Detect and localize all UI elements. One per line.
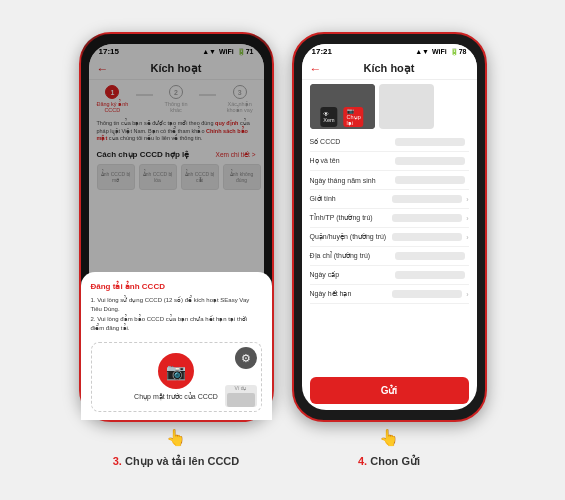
caption-1: 3. Chụp và tải lên CCCD <box>113 455 239 468</box>
form-row-dob: Ngày tháng năm sinh <box>310 171 469 190</box>
field-label-gender: Giới tính <box>310 195 393 203</box>
field-value-gender <box>392 195 462 203</box>
popup-instructions: 1. Vui lòng sử dụng CCCD (12 số) để kích… <box>91 296 262 334</box>
retake-button[interactable]: 📷 Chụp lại <box>344 107 364 127</box>
id-preview-area: 👁 Xem 📷 Chụp lại <box>302 80 477 133</box>
example-label: Ví dụ <box>235 385 247 391</box>
field-label-province: Tỉnh/TP (thường trú) <box>310 214 393 222</box>
header-2: ← Kích hoạt <box>302 58 477 80</box>
cursor-1: 👆 <box>166 428 186 447</box>
field-label-name: Họ và tên <box>310 157 395 165</box>
status-icons-2: ▲▼ WiFi 🔋78 <box>415 48 466 56</box>
camera-button[interactable]: 📷 <box>158 353 194 389</box>
arrow-expiry: › <box>466 291 468 298</box>
field-label-expiry: Ngày hết hạn <box>310 290 393 298</box>
field-value-district <box>392 233 462 241</box>
phone1-screen: 17:15 ▲▼ WiFi 🔋71 ← Kích hoạt 1 Đăng ký … <box>89 44 264 410</box>
submit-button[interactable]: Gửi <box>310 377 469 404</box>
status-bar-2: 17:21 ▲▼ WiFi 🔋78 <box>302 44 477 58</box>
form-row-district[interactable]: Quận/huyện (thường trú) › <box>310 228 469 247</box>
example-mini: Ví dụ <box>225 385 257 407</box>
form-row-province[interactable]: Tỉnh/TP (thường trú) › <box>310 209 469 228</box>
phone1: 17:15 ▲▼ WiFi 🔋71 ← Kích hoạt 1 Đăng ký … <box>79 32 274 422</box>
field-value-issue <box>395 271 465 279</box>
field-value-cccd <box>395 138 465 146</box>
phone2-wrapper: 17:21 ▲▼ WiFi 🔋78 ← Kích hoạt 👁 Xem � <box>292 32 487 468</box>
field-label-cccd: Số CCCD <box>310 138 395 146</box>
field-label-issue: Ngày cấp <box>310 271 395 279</box>
arrow-district: › <box>466 234 468 241</box>
popup-overlay: Đăng tải ảnh CCCD 1. Vui lòng sử dụng CC… <box>89 44 264 410</box>
phone1-wrapper: 17:15 ▲▼ WiFi 🔋71 ← Kích hoạt 1 Đăng ký … <box>79 32 274 468</box>
photo-actions: 👁 Xem 📷 Chụp lại <box>320 107 363 127</box>
field-label-address: Địa chỉ (thường trú) <box>310 252 395 260</box>
id-thumbnail <box>379 84 434 129</box>
phone2: 17:21 ▲▼ WiFi 🔋78 ← Kích hoạt 👁 Xem � <box>292 32 487 422</box>
form-row-name: Họ và tên <box>310 152 469 171</box>
form-row-issue: Ngày cấp <box>310 266 469 285</box>
form-row-gender[interactable]: Giới tính › <box>310 190 469 209</box>
upload-label: Chụp mặt trước của CCCD <box>134 393 218 401</box>
cursor-2: 👆 <box>379 428 399 447</box>
popup-title: Đăng tải ảnh CCCD <box>91 282 262 291</box>
field-value-province <box>392 214 462 222</box>
page-title-2: Kích hoạt <box>364 62 415 75</box>
caption-2: 4. Chon Gửi <box>358 455 420 468</box>
field-value-dob <box>395 176 465 184</box>
form-list: Số CCCD Họ và tên Ngày tháng năm sinh Gi… <box>302 133 477 371</box>
id-photo: 👁 Xem 📷 Chụp lại <box>310 84 375 129</box>
field-label-district: Quận/huyện (thường trú) <box>310 233 393 241</box>
popup-box: Đăng tải ảnh CCCD 1. Vui lòng sử dụng CC… <box>89 272 264 410</box>
form-row-cccd: Số CCCD <box>310 133 469 152</box>
gear-icon[interactable]: ⚙ <box>235 347 257 369</box>
upload-area[interactable]: 📷 Chụp mặt trước của CCCD ⚙ Ví dụ <box>91 342 262 410</box>
field-value-address <box>395 252 465 260</box>
phone2-screen: 17:21 ▲▼ WiFi 🔋78 ← Kích hoạt 👁 Xem � <box>302 44 477 410</box>
field-value-name <box>395 157 465 165</box>
field-value-expiry <box>392 290 462 298</box>
form-row-address: Địa chỉ (thường trú) <box>310 247 469 266</box>
field-label-dob: Ngày tháng năm sinh <box>310 177 395 184</box>
view-button[interactable]: 👁 Xem <box>320 107 337 127</box>
arrow-gender: › <box>466 196 468 203</box>
time-2: 17:21 <box>312 47 332 56</box>
back-arrow-2[interactable]: ← <box>310 62 322 76</box>
form-row-expiry[interactable]: Ngày hết hạn › <box>310 285 469 304</box>
arrow-province: › <box>466 215 468 222</box>
